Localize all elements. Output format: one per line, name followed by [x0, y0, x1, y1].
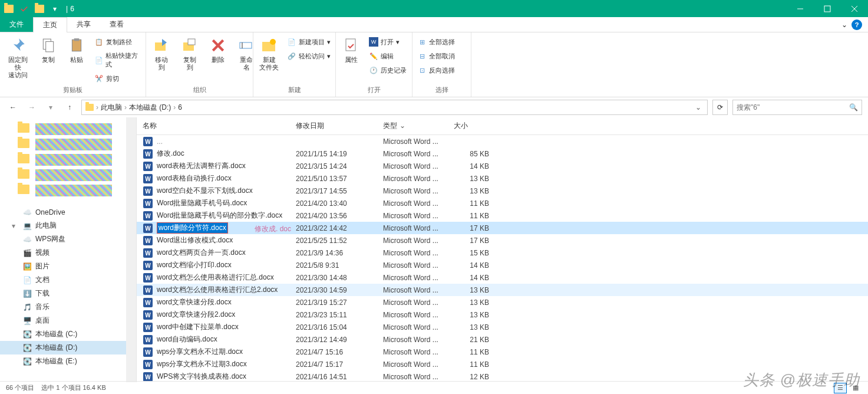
file-row[interactable]: Wword文档怎么使用表格进行汇总2.docx2021/3/30 14:59Mi…: [137, 284, 868, 296]
search-input[interactable]: [737, 103, 849, 111]
tree-label: 音乐: [35, 302, 49, 312]
newfolder-button[interactable]: 新建 文件夹: [257, 35, 281, 73]
minimize-button[interactable]: [787, 0, 814, 17]
file-date: 2021/3/30 14:59: [296, 286, 383, 294]
bc-drive[interactable]: 本地磁盘 (D:): [128, 103, 172, 113]
file-date: 2021/4/20 13:40: [296, 199, 383, 208]
file-row[interactable]: Wwps分享文档永不过期.docx2021/4/7 15:16Microsoft…: [137, 346, 868, 358]
delete-button[interactable]: 删除: [206, 35, 230, 65]
selection-info: 选中 1 个项目 16.4 KB: [41, 383, 105, 392]
file-name: word表格自动换行.docx: [157, 173, 296, 183]
file-row[interactable]: WWord退出修改模式.docx2021/5/25 11:52Microsoft…: [137, 234, 868, 247]
tab-share[interactable]: 共享: [67, 17, 100, 32]
file-row[interactable]: Wword中创建下拉菜单.docx2021/3/16 15:04Microsof…: [137, 321, 868, 333]
file-row[interactable]: Wword表格无法调整行高.docx2021/3/15 14:24Microso…: [137, 160, 868, 172]
titlebar: ▾ | 6: [0, 0, 868, 17]
bc-pc[interactable]: 此电脑: [100, 103, 123, 113]
tree-label: 此电脑: [35, 221, 57, 231]
group-open-title: 打开: [339, 84, 408, 97]
tab-home[interactable]: 主页: [33, 17, 67, 32]
newitem-button[interactable]: 📄新建项目 ▾: [286, 36, 332, 48]
back-button[interactable]: ←: [6, 100, 20, 114]
paste-button[interactable]: 粘贴: [65, 35, 88, 65]
word-icon: W: [143, 298, 153, 307]
qat-dropdown[interactable]: ▾: [48, 2, 61, 15]
file-row[interactable]: W修改.doc2021/1/15 14:19Microsoft Word ...…: [137, 147, 868, 160]
tree-item-1[interactable]: ▾💻此电脑: [0, 219, 136, 232]
tree-item-4[interactable]: 🖼️图片: [0, 260, 136, 273]
bc-dropdown[interactable]: ⌄: [692, 103, 705, 111]
tab-file[interactable]: 文件: [0, 17, 33, 32]
bc-folder[interactable]: 6: [177, 103, 183, 111]
tree-item-8[interactable]: 🖥️桌面: [0, 314, 136, 327]
file-row[interactable]: Wword文档缩小打印.docx2021/5/8 9:31Microsoft W…: [137, 259, 868, 271]
tree-item-0[interactable]: ☁️OneDrive: [0, 206, 136, 219]
search-icon[interactable]: 🔍: [849, 103, 858, 111]
properties-button[interactable]: 属性: [339, 35, 363, 65]
history-button[interactable]: 🕐历史记录: [368, 64, 408, 76]
svg-rect-1: [824, 6, 830, 12]
word-icon: W: [143, 273, 153, 283]
filelist: 名称 修改日期 类型⌄ 大小 W...Microsoft Word ...W修改…: [137, 117, 868, 382]
desktop-icon: 🖥️: [22, 316, 32, 326]
up-button[interactable]: ↑: [62, 100, 77, 114]
open-icon: W: [369, 37, 378, 47]
open-button[interactable]: W打开 ▾: [368, 36, 408, 48]
file-row[interactable]: Wword表格自动换行.docx2021/5/10 13:57Microsoft…: [137, 172, 868, 185]
recent-dropdown[interactable]: ▾: [44, 100, 58, 114]
file-row[interactable]: WWord批量隐藏手机号码的部分数字.docx2021/4/20 13:56Mi…: [137, 209, 868, 222]
tree-item-10[interactable]: 💽本地磁盘 (D:): [0, 341, 136, 354]
folder-icon: [2, 2, 15, 15]
file-row[interactable]: Wword自动编码.docx2021/3/12 14:49Microsoft W…: [137, 333, 868, 346]
tree-item-2[interactable]: ☁️WPS网盘: [0, 232, 136, 246]
picture-icon: 🖼️: [22, 262, 32, 271]
breadcrumb[interactable]: › 此电脑 › 本地磁盘 (D:) › 6 ⌄: [81, 100, 708, 115]
help-button[interactable]: ?: [852, 19, 862, 30]
file-row[interactable]: Wwps分享文档永不过期3.docx2021/4/7 15:17Microsof…: [137, 358, 868, 370]
tree-item-7[interactable]: 🎵音乐: [0, 300, 136, 314]
cut-button[interactable]: ✂️剪切: [93, 73, 142, 84]
tree-item-6[interactable]: ⬇️下载: [0, 287, 136, 300]
easyaccess-button[interactable]: 🔗轻松访问 ▾: [286, 50, 332, 62]
tree-item-9[interactable]: 💽本地磁盘 (C:): [0, 327, 136, 341]
file-row[interactable]: Wword文档怎么使用表格进行汇总.docx2021/3/30 14:48Mic…: [137, 271, 868, 284]
edit-button[interactable]: ✏️编辑: [368, 50, 408, 62]
pin-button[interactable]: 固定到快 速访问: [4, 35, 32, 81]
file-row[interactable]: Wword文章快速分段2.docx2021/3/23 15:11Microsof…: [137, 308, 868, 321]
forward-button[interactable]: →: [25, 100, 39, 114]
shortcut-icon: 📄: [94, 55, 103, 65]
file-row[interactable]: Wword文档两页合并一页.docx2021/3/9 14:36Microsof…: [137, 247, 868, 259]
file-row[interactable]: Wword文章快速分段.docx2021/3/19 15:27Microsoft…: [137, 296, 868, 308]
copy-path-button[interactable]: 📋复制路径: [93, 36, 142, 48]
tree-item-3[interactable]: 🎬视频: [0, 246, 136, 260]
file-row[interactable]: WWord批量隐藏手机号码.docx2021/4/20 13:40Microso…: [137, 197, 868, 209]
search-box[interactable]: 🔍: [732, 100, 862, 115]
col-type[interactable]: 类型⌄: [377, 117, 448, 134]
statusbar: 66 个项目 选中 1 个项目 16.4 KB ☰ ▦: [0, 381, 868, 394]
col-name[interactable]: 名称: [137, 117, 290, 134]
selectall-button[interactable]: ⊞全部选择: [416, 36, 456, 48]
tree-item-5[interactable]: 📄文档: [0, 273, 136, 287]
maximize-button[interactable]: [814, 0, 841, 17]
rename-input[interactable]: word删除分节符.docx: [157, 222, 228, 234]
refresh-button[interactable]: ⟳: [712, 100, 728, 115]
copy-button[interactable]: 复制: [37, 35, 60, 65]
invert-button[interactable]: ⊡反向选择: [416, 64, 456, 76]
scrollbar[interactable]: [126, 117, 136, 382]
col-date[interactable]: 修改日期: [290, 117, 377, 134]
file-size: 13 KB: [454, 175, 489, 183]
moveto-button[interactable]: 移动到: [150, 35, 173, 73]
svg-text:W: W: [145, 238, 151, 244]
deselect-button[interactable]: ⊟全部取消: [416, 50, 456, 62]
close-button[interactable]: [841, 0, 868, 17]
copyto-button[interactable]: 复制到: [178, 35, 202, 73]
collapse-ribbon-icon[interactable]: ⌄: [841, 21, 847, 29]
paste-shortcut-button[interactable]: 📄粘贴快捷方式: [93, 50, 142, 70]
col-size[interactable]: 大小: [448, 117, 489, 134]
tree-item-11[interactable]: 💽本地磁盘 (E:): [0, 354, 136, 368]
tab-view[interactable]: 查看: [100, 17, 133, 32]
file-size: 17 KB: [454, 224, 489, 232]
file-row[interactable]: Wword空白处不显示下划线.docx2021/3/17 14:55Micros…: [137, 185, 868, 197]
check-icon[interactable]: [18, 2, 31, 15]
file-row[interactable]: Wword删除分节符.docx2021/3/22 14:42Microsoft …: [137, 222, 868, 234]
